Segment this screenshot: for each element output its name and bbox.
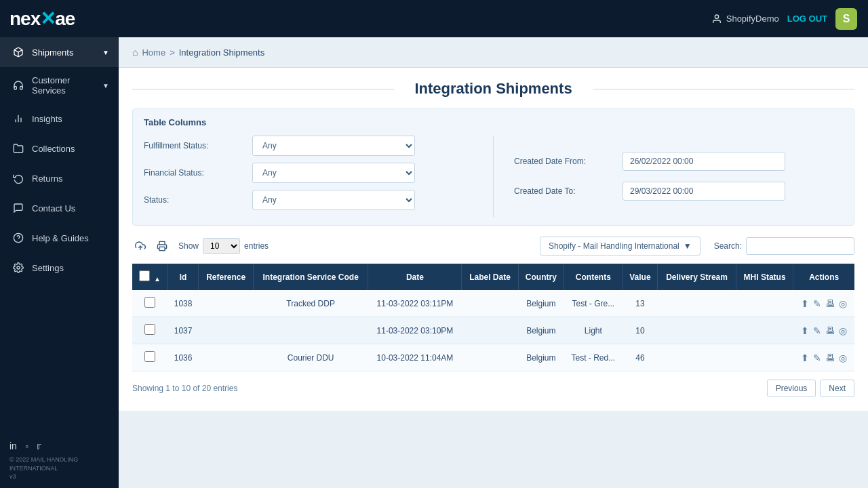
row-upload-button[interactable]: ⬆ <box>801 298 809 309</box>
fulfillment-status-row: Fulfillment Status: Any Fulfilled Unfulf… <box>144 136 473 156</box>
cell-delivery-stream <box>658 344 736 371</box>
row-checkbox[interactable] <box>144 297 155 308</box>
content-area: ⌂ Home > Integration Shipments Integrati… <box>119 37 868 488</box>
cell-contents: Light <box>564 317 623 344</box>
breadcrumb-home[interactable]: Home <box>142 47 165 58</box>
row-edit-button[interactable]: ✎ <box>813 352 821 363</box>
col-actions: Actions <box>793 264 854 290</box>
table-footer: Showing 1 to 10 of 20 entries Previous N… <box>132 380 854 397</box>
social-icons: in ◦ 𝕣 <box>9 441 109 451</box>
cell-delivery-stream <box>658 317 736 344</box>
financial-status-select[interactable]: Any Paid Unpaid Refunded <box>252 163 415 183</box>
linkedin-icon[interactable]: in <box>9 441 17 451</box>
folder-icon <box>12 142 25 155</box>
cell-id: 1036 <box>167 344 199 371</box>
search-label: Search: <box>714 241 742 251</box>
row-edit-button[interactable]: ✎ <box>813 325 821 336</box>
created-date-to-input[interactable] <box>623 182 785 201</box>
dropdown-arrow-icon: ▼ <box>684 241 692 251</box>
fulfillment-status-label: Fulfillment Status: <box>144 141 239 150</box>
cell-contents: Test - Gre... <box>564 290 623 317</box>
instagram-icon[interactable]: ◦ <box>25 441 28 451</box>
sidebar-item-shipments[interactable]: Shipments ▼ <box>0 37 119 67</box>
breadcrumb-current: Integration Shipments <box>179 47 264 58</box>
sidebar-item-collections-label: Collections <box>32 144 75 154</box>
cell-mhi-status <box>736 317 793 344</box>
cell-date: 11-03-2022 03:10PM <box>368 317 462 344</box>
svg-point-7 <box>715 15 718 18</box>
entries-select[interactable]: 10 25 50 100 <box>203 238 240 254</box>
select-all-checkbox[interactable] <box>139 270 150 281</box>
cell-actions: ⬆ ✎ 🖶 ◎ <box>793 344 854 371</box>
print-button[interactable] <box>154 238 170 254</box>
sidebar-item-settings-label: Settings <box>32 263 64 273</box>
box-icon <box>12 45 25 59</box>
sidebar-item-collections[interactable]: Collections <box>0 134 119 163</box>
col-delivery-stream: Delivery Stream <box>658 264 736 290</box>
username-label: ShopifyDemo <box>726 14 779 24</box>
created-date-from-row: Created Date From: <box>514 152 843 171</box>
cell-reference <box>199 290 253 317</box>
title-line-left <box>132 89 394 89</box>
sidebar-item-customer-services-label: Customer Services <box>32 75 102 96</box>
col-contents: Contents <box>564 264 623 290</box>
cell-checkbox <box>132 290 167 317</box>
sidebar-item-returns-label: Returns <box>32 174 63 184</box>
cell-country: Belgium <box>518 344 564 371</box>
cell-integration-service-code <box>253 317 368 344</box>
status-select[interactable]: Any Active Inactive <box>252 190 415 210</box>
integration-dropdown[interactable]: Shopify - Mail Handling International ▼ <box>540 237 701 256</box>
previous-button[interactable]: Previous <box>767 380 816 397</box>
row-upload-button[interactable]: ⬆ <box>801 325 809 336</box>
cell-label-date <box>462 344 518 371</box>
search-input[interactable] <box>746 237 854 255</box>
search-area: Search: <box>714 237 854 255</box>
home-icon[interactable]: ⌂ <box>132 47 138 58</box>
status-label: Status: <box>144 195 239 205</box>
main-area: ShopifyDemo LOG OUT S ⌂ Home > Integrati… <box>119 0 868 488</box>
cell-reference <box>199 317 253 344</box>
col-reference: Reference <box>199 264 253 290</box>
sidebar-bottom: in ◦ 𝕣 © 2022 MAIL HANDLING INTERNATIONA… <box>0 434 119 488</box>
help-icon <box>12 231 25 245</box>
headset-icon <box>12 79 25 92</box>
row-view-button[interactable]: ◎ <box>839 325 847 336</box>
page-content: Integration Shipments Table Columns Fulf… <box>119 68 868 411</box>
table-row: 1037 11-03-2022 03:10PM Belgium Light 10… <box>132 317 854 344</box>
twitter-icon[interactable]: 𝕣 <box>37 441 41 451</box>
sidebar-item-returns[interactable]: Returns <box>0 163 119 193</box>
next-button[interactable]: Next <box>820 380 854 397</box>
title-line-right <box>593 89 854 89</box>
entries-label: entries <box>244 241 269 251</box>
svg-rect-9 <box>159 247 165 250</box>
row-checkbox[interactable] <box>144 324 155 335</box>
sidebar-item-help-guides[interactable]: Help & Guides <box>0 223 119 253</box>
cell-value: 10 <box>623 317 658 344</box>
sidebar-item-customer-services[interactable]: Customer Services ▼ <box>0 67 119 104</box>
cell-date: 11-03-2022 03:11PM <box>368 290 462 317</box>
row-print-button[interactable]: 🖶 <box>825 298 835 309</box>
row-edit-button[interactable]: ✎ <box>813 298 821 309</box>
logout-button[interactable]: LOG OUT <box>787 14 827 24</box>
sort-icon: ▲ <box>154 275 161 283</box>
sidebar-item-contact-us[interactable]: Contact Us <box>0 193 119 223</box>
cell-country: Belgium <box>518 290 564 317</box>
sidebar-item-help-guides-label: Help & Guides <box>32 233 89 243</box>
created-date-from-input[interactable] <box>623 152 785 171</box>
page-title: Integration Shipments <box>394 80 592 98</box>
fulfillment-status-select[interactable]: Any Fulfilled Unfulfilled Partial <box>252 136 415 156</box>
row-print-button[interactable]: 🖶 <box>825 352 835 363</box>
row-view-button[interactable]: ◎ <box>839 352 847 363</box>
cell-country: Belgium <box>518 317 564 344</box>
row-checkbox[interactable] <box>144 351 155 362</box>
row-upload-button[interactable]: ⬆ <box>801 352 809 363</box>
row-print-button[interactable]: 🖶 <box>825 325 835 336</box>
cell-delivery-stream <box>658 290 736 317</box>
showing-entries-text: Showing 1 to 10 of 20 entries <box>132 384 237 393</box>
sidebar-item-insights[interactable]: Insights <box>0 104 119 134</box>
cell-mhi-status <box>736 290 793 317</box>
sidebar-item-settings[interactable]: Settings <box>0 253 119 283</box>
row-view-button[interactable]: ◎ <box>839 298 847 309</box>
cell-id: 1037 <box>167 317 199 344</box>
upload-button[interactable] <box>132 238 149 254</box>
